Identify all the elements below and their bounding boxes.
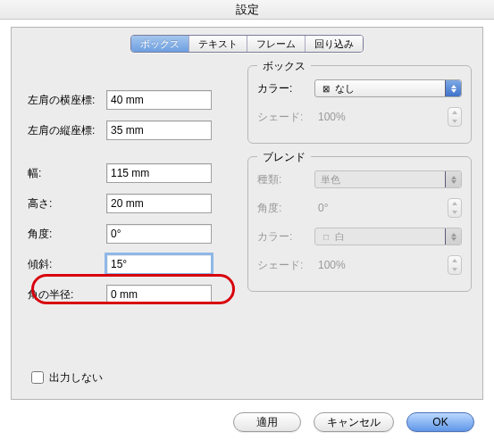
- blend-group: ブレンド 種類: 単色 角度: 0°: [247, 156, 472, 292]
- blend-type-value: 単色: [321, 173, 340, 187]
- origin-y-input[interactable]: [106, 120, 212, 140]
- popup-arrows-icon: [445, 171, 461, 187]
- geometry-column: 左肩の横座標: 左肩の縦座標: 幅: 高さ: 角度:: [22, 65, 235, 313]
- angle-input[interactable]: [106, 224, 212, 244]
- blend-angle-label: 角度:: [257, 201, 314, 216]
- tab-text[interactable]: テキスト: [189, 36, 247, 52]
- suppress-output-input[interactable]: [31, 371, 44, 384]
- white-swatch-icon: □: [321, 231, 331, 242]
- box-group: ボックス カラー: ⊠ なし シェード: 100%: [247, 65, 472, 144]
- tab-bar: ボックス テキスト フレーム 回り込み: [130, 35, 364, 53]
- corner-radius-label: 角の半径:: [22, 287, 106, 303]
- suppress-output-checkbox[interactable]: 出力しない: [28, 369, 103, 386]
- box-shade-label: シェード:: [257, 110, 314, 125]
- tab-runaround[interactable]: 回り込み: [306, 36, 363, 52]
- popup-arrows-icon: [445, 80, 461, 96]
- height-input[interactable]: [106, 194, 212, 213]
- skew-input[interactable]: [106, 254, 212, 274]
- box-shade-stepper: [448, 107, 462, 127]
- blend-shade-label: シェード:: [257, 258, 314, 273]
- height-label: 高さ:: [22, 196, 106, 212]
- box-shade-value: 100%: [314, 111, 444, 123]
- blend-shade-value: 100%: [314, 259, 444, 271]
- cancel-button[interactable]: キャンセル: [314, 412, 394, 432]
- corner-radius-input[interactable]: [106, 285, 212, 304]
- angle-label: 角度:: [22, 227, 106, 242]
- origin-x-label: 左肩の横座標:: [22, 93, 106, 108]
- width-label: 幅:: [22, 166, 106, 181]
- apply-button[interactable]: 適用: [233, 412, 301, 432]
- origin-y-label: 左肩の縦座標:: [22, 123, 106, 138]
- ok-button[interactable]: OK: [406, 412, 474, 432]
- tab-box[interactable]: ボックス: [131, 36, 189, 52]
- blend-color-popup: □ 白: [314, 228, 462, 245]
- blend-color-value: 白: [335, 230, 345, 244]
- blend-type-popup: 単色: [314, 170, 462, 188]
- suppress-output-label: 出力しない: [49, 370, 103, 386]
- width-input[interactable]: [106, 163, 212, 183]
- blend-type-label: 種類:: [257, 172, 314, 187]
- box-color-value: なし: [335, 82, 355, 95]
- blend-color-label: カラー:: [257, 229, 314, 245]
- box-group-title: ボックス: [257, 59, 311, 74]
- box-color-popup[interactable]: ⊠ なし: [314, 79, 462, 97]
- blend-angle-stepper: [448, 198, 462, 218]
- blend-angle-value: 0°: [314, 202, 444, 214]
- box-color-label: カラー:: [257, 81, 314, 96]
- window-title: 設定: [0, 0, 494, 20]
- skew-label: 傾斜:: [22, 257, 106, 272]
- none-swatch-icon: ⊠: [321, 83, 331, 94]
- tab-frame[interactable]: フレーム: [247, 36, 306, 52]
- blend-shade-stepper: [448, 255, 462, 275]
- blend-group-title: ブレンド: [257, 150, 311, 165]
- origin-x-input[interactable]: [106, 90, 212, 110]
- popup-arrows-icon: [445, 228, 461, 245]
